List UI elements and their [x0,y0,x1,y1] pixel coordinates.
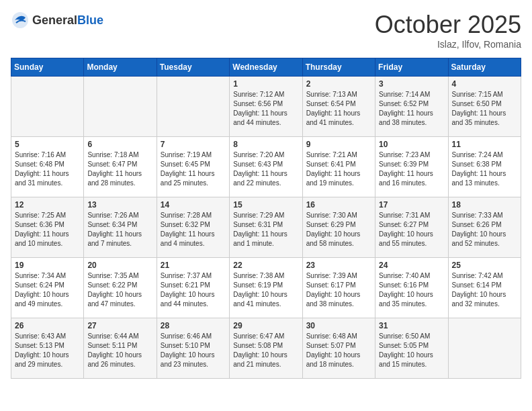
calendar-cell: 20Sunrise: 7:35 AM Sunset: 6:22 PM Dayli… [84,258,157,318]
calendar-cell [11,77,84,137]
day-info: Sunrise: 6:46 AM Sunset: 5:10 PM Dayligh… [161,332,226,369]
day-info: Sunrise: 7:28 AM Sunset: 6:32 PM Dayligh… [161,211,226,248]
calendar-cell: 9Sunrise: 7:21 AM Sunset: 6:41 PM Daylig… [302,137,375,197]
day-info: Sunrise: 7:21 AM Sunset: 6:41 PM Dayligh… [306,150,371,188]
calendar-cell: 23Sunrise: 7:39 AM Sunset: 6:17 PM Dayli… [302,258,375,318]
calendar-cell: 18Sunrise: 7:33 AM Sunset: 6:26 PM Dayli… [448,197,521,258]
calendar-cell [157,77,229,137]
calendar-cell: 25Sunrise: 7:42 AM Sunset: 6:14 PM Dayli… [448,258,521,318]
day-info: Sunrise: 6:50 AM Sunset: 5:05 PM Dayligh… [379,332,444,369]
header-day-monday: Monday [84,58,157,77]
day-info: Sunrise: 7:33 AM Sunset: 6:26 PM Dayligh… [452,211,517,248]
calendar-cell: 3Sunrise: 7:14 AM Sunset: 6:52 PM Daylig… [375,77,448,137]
day-number: 23 [306,261,371,270]
day-info: Sunrise: 7:16 AM Sunset: 6:48 PM Dayligh… [15,150,80,188]
day-info: Sunrise: 7:35 AM Sunset: 6:22 PM Dayligh… [87,271,152,309]
day-number: 28 [161,321,226,330]
day-number: 31 [379,321,444,330]
header-day-saturday: Saturday [448,58,521,77]
calendar-cell: 13Sunrise: 7:26 AM Sunset: 6:34 PM Dayli… [84,197,157,258]
calendar-cell: 12Sunrise: 7:25 AM Sunset: 6:36 PM Dayli… [11,197,84,258]
day-number: 17 [379,200,444,210]
header-day-thursday: Thursday [302,58,375,77]
day-info: Sunrise: 7:19 AM Sunset: 6:45 PM Dayligh… [161,150,226,188]
logo: GeneralBlue [11,11,103,30]
day-number: 25 [452,261,517,270]
day-number: 11 [452,140,517,149]
header-day-wednesday: Wednesday [230,58,302,77]
day-number: 8 [233,140,298,149]
day-number: 14 [161,200,226,210]
page-header: GeneralBlue October 2025 Islaz, Ilfov, R… [11,11,521,50]
day-info: Sunrise: 7:39 AM Sunset: 6:17 PM Dayligh… [306,271,371,309]
day-info: Sunrise: 7:25 AM Sunset: 6:36 PM Dayligh… [15,211,80,248]
calendar-cell: 17Sunrise: 7:31 AM Sunset: 6:27 PM Dayli… [375,197,448,258]
week-row-3: 12Sunrise: 7:25 AM Sunset: 6:36 PM Dayli… [11,197,521,258]
day-number: 15 [233,200,298,210]
month-title: October 2025 [375,11,521,39]
calendar-cell: 26Sunrise: 6:43 AM Sunset: 5:13 PM Dayli… [11,318,84,379]
day-number: 3 [379,79,444,89]
calendar-cell: 30Sunrise: 6:48 AM Sunset: 5:07 PM Dayli… [302,318,375,379]
header-day-tuesday: Tuesday [157,58,229,77]
calendar-cell: 28Sunrise: 6:46 AM Sunset: 5:10 PM Dayli… [157,318,229,379]
logo-icon [11,11,30,30]
day-number: 2 [306,79,371,89]
calendar-body: 1Sunrise: 7:12 AM Sunset: 6:56 PM Daylig… [11,77,521,379]
day-info: Sunrise: 7:20 AM Sunset: 6:43 PM Dayligh… [233,150,298,188]
day-number: 19 [15,261,80,270]
day-info: Sunrise: 7:26 AM Sunset: 6:34 PM Dayligh… [87,211,152,248]
calendar-cell: 29Sunrise: 6:47 AM Sunset: 5:08 PM Dayli… [230,318,302,379]
day-info: Sunrise: 6:47 AM Sunset: 5:08 PM Dayligh… [233,332,298,369]
calendar-cell: 15Sunrise: 7:29 AM Sunset: 6:31 PM Dayli… [230,197,302,258]
calendar-cell: 16Sunrise: 7:30 AM Sunset: 6:29 PM Dayli… [302,197,375,258]
week-row-2: 5Sunrise: 7:16 AM Sunset: 6:48 PM Daylig… [11,137,521,197]
day-number: 9 [306,140,371,149]
week-row-1: 1Sunrise: 7:12 AM Sunset: 6:56 PM Daylig… [11,77,521,137]
day-info: Sunrise: 7:40 AM Sunset: 6:16 PM Dayligh… [379,271,444,309]
day-info: Sunrise: 7:42 AM Sunset: 6:14 PM Dayligh… [452,271,517,309]
day-number: 18 [452,200,517,210]
day-number: 7 [161,140,226,149]
day-info: Sunrise: 7:24 AM Sunset: 6:38 PM Dayligh… [452,150,517,188]
calendar-cell: 1Sunrise: 7:12 AM Sunset: 6:56 PM Daylig… [230,77,302,137]
day-info: Sunrise: 7:37 AM Sunset: 6:21 PM Dayligh… [161,271,226,309]
header-day-sunday: Sunday [11,58,84,77]
day-info: Sunrise: 7:30 AM Sunset: 6:29 PM Dayligh… [306,211,371,248]
day-number: 22 [233,261,298,270]
calendar-cell [448,318,521,379]
day-number: 20 [87,261,152,270]
day-info: Sunrise: 6:44 AM Sunset: 5:11 PM Dayligh… [87,332,152,369]
title-area: October 2025 Islaz, Ilfov, Romania [375,11,521,50]
day-number: 24 [379,261,444,270]
day-number: 1 [233,79,298,89]
day-number: 5 [15,140,80,149]
day-number: 6 [87,140,152,149]
day-number: 16 [306,200,371,210]
calendar-cell: 7Sunrise: 7:19 AM Sunset: 6:45 PM Daylig… [157,137,229,197]
day-number: 13 [87,200,152,210]
calendar-cell: 22Sunrise: 7:38 AM Sunset: 6:19 PM Dayli… [230,258,302,318]
calendar-cell: 5Sunrise: 7:16 AM Sunset: 6:48 PM Daylig… [11,137,84,197]
day-info: Sunrise: 7:15 AM Sunset: 6:50 PM Dayligh… [452,90,517,128]
day-info: Sunrise: 7:29 AM Sunset: 6:31 PM Dayligh… [233,211,298,248]
calendar-cell: 31Sunrise: 6:50 AM Sunset: 5:05 PM Dayli… [375,318,448,379]
day-number: 4 [452,79,517,89]
calendar-header: SundayMondayTuesdayWednesdayThursdayFrid… [11,58,521,77]
day-number: 21 [161,261,226,270]
calendar-cell: 24Sunrise: 7:40 AM Sunset: 6:16 PM Dayli… [375,258,448,318]
calendar-cell: 8Sunrise: 7:20 AM Sunset: 6:43 PM Daylig… [230,137,302,197]
day-info: Sunrise: 7:23 AM Sunset: 6:39 PM Dayligh… [379,150,444,188]
day-info: Sunrise: 7:13 AM Sunset: 6:54 PM Dayligh… [306,90,371,128]
calendar-cell: 14Sunrise: 7:28 AM Sunset: 6:32 PM Dayli… [157,197,229,258]
day-number: 29 [233,321,298,330]
day-number: 30 [306,321,371,330]
logo-text: GeneralBlue [32,13,103,28]
calendar-cell: 10Sunrise: 7:23 AM Sunset: 6:39 PM Dayli… [375,137,448,197]
header-row: SundayMondayTuesdayWednesdayThursdayFrid… [11,58,521,77]
calendar-cell: 11Sunrise: 7:24 AM Sunset: 6:38 PM Dayli… [448,137,521,197]
calendar-cell [84,77,157,137]
day-number: 10 [379,140,444,149]
calendar-cell: 6Sunrise: 7:18 AM Sunset: 6:47 PM Daylig… [84,137,157,197]
week-row-4: 19Sunrise: 7:34 AM Sunset: 6:24 PM Dayli… [11,258,521,318]
